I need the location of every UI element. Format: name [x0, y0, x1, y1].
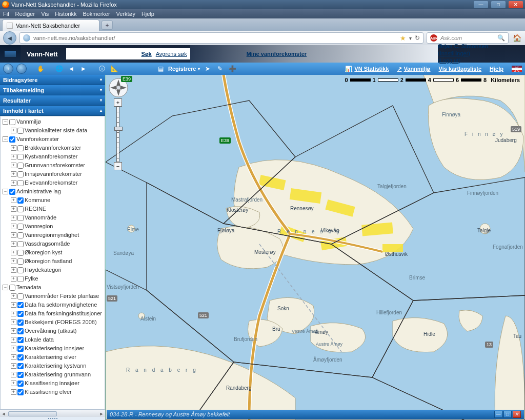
- zoom-out-button[interactable]: −: [16, 64, 27, 74]
- tree-item[interactable]: Klassifisering innsjøer: [25, 379, 79, 388]
- nav-back-icon[interactable]: ◄: [67, 64, 76, 73]
- collapse-icon[interactable]: −: [3, 285, 8, 290]
- panel-resize-handle[interactable]: [0, 417, 105, 420]
- tree-item[interactable]: Brakkvannforekomster: [25, 144, 81, 152]
- window-maximize-button[interactable]: □: [491, 1, 506, 8]
- tree-item[interactable]: Karakterisering elver: [25, 353, 76, 362]
- vannlok-checkbox[interactable]: [17, 128, 24, 134]
- scroll-thumb[interactable]: [8, 411, 57, 416]
- vn-statistikk-link[interactable]: 📊VN Statistikk: [345, 66, 389, 72]
- globe-icon[interactable]: 🌐: [54, 64, 64, 73]
- collapse-icon[interactable]: −: [3, 136, 8, 142]
- tree-item[interactable]: Karakterisering grunnvann: [25, 370, 91, 379]
- window-minimize-button[interactable]: —: [474, 1, 488, 8]
- tree-item[interactable]: Vannområder Første planfase: [25, 292, 99, 301]
- zoom-in-icon[interactable]: +: [114, 98, 122, 107]
- scroll-right-icon[interactable]: ►: [98, 411, 105, 416]
- tree-item[interactable]: Vannregionmyndighet: [25, 231, 79, 239]
- tree-item[interactable]: Vannlokaliteter siste data: [25, 126, 87, 135]
- menu-vis[interactable]: Vis: [41, 11, 49, 17]
- registrere-dropdown[interactable]: Registrere▾: [168, 66, 200, 72]
- tree-item[interactable]: Vannområde: [25, 213, 56, 222]
- scroll-left-icon[interactable]: ◄: [0, 411, 7, 416]
- browser-tab[interactable]: Vann-Nett Saksbehandler: [2, 19, 99, 31]
- tree-item-admin[interactable]: Administrative lag: [16, 187, 61, 196]
- tree-item[interactable]: Økoregion kyst: [25, 248, 62, 257]
- layers-icon[interactable]: ▤: [156, 64, 165, 73]
- add-feature-icon[interactable]: ➕: [228, 64, 237, 73]
- zoom-slider[interactable]: + −: [114, 98, 122, 170]
- zoom-in-button[interactable]: +: [3, 64, 13, 74]
- tree-item[interactable]: Elvevannforekomster: [25, 178, 77, 187]
- user-settings-link[interactable]: Innstillinger: [440, 50, 469, 56]
- bookmark-star-icon[interactable]: ★: [400, 34, 406, 42]
- tree-item[interactable]: Økoregion fastland: [25, 257, 72, 266]
- accordion-bidragsytere[interactable]: Bidragsytere▾: [0, 75, 105, 85]
- tree-item[interactable]: Vassdragsområde: [25, 239, 70, 248]
- vannmiljo-checkbox[interactable]: [9, 119, 15, 125]
- user-logout-link[interactable]: Logg ut: [440, 57, 459, 64]
- home-button[interactable]: 🏠: [512, 33, 522, 43]
- tree-item-temadata[interactable]: Temadata: [16, 283, 41, 292]
- status-close-button[interactable]: ✕: [513, 411, 521, 418]
- nav-forward-icon[interactable]: ►: [79, 64, 88, 73]
- tree-item[interactable]: Overvåkning (utkast): [25, 327, 76, 335]
- tree-item-vannforekomster[interactable]: Vannforekomster: [16, 135, 59, 144]
- tree-item[interactable]: Data fra sektormyndighetene: [25, 301, 97, 309]
- vis-kartlagsliste-link[interactable]: Vis kartlagsliste: [439, 66, 482, 72]
- layer-tree[interactable]: −Vannmiljø +Vannlokaliteter siste data −…: [0, 116, 105, 410]
- menu-hjelp[interactable]: Hjelp: [142, 11, 154, 17]
- accordion-innhold[interactable]: Innhold i kartet▴: [0, 106, 105, 116]
- reload-icon[interactable]: ↻: [415, 34, 420, 42]
- collapse-icon[interactable]: −: [3, 119, 8, 125]
- menu-verktoy[interactable]: Verktøy: [116, 11, 135, 17]
- avgrens-link[interactable]: Avgrens søk: [156, 51, 187, 57]
- back-button[interactable]: ◄: [3, 31, 16, 45]
- sok-link[interactable]: Søk: [142, 51, 152, 57]
- accordion-resultater[interactable]: Resultater▾: [0, 95, 105, 106]
- measure-icon[interactable]: 📐: [110, 64, 119, 73]
- edit-pencil-icon[interactable]: ✎: [215, 64, 225, 73]
- tree-item[interactable]: Karakterisering innsjøer: [25, 344, 84, 353]
- browser-search-field[interactable]: Ask Ask.com 🔍: [427, 32, 509, 44]
- menu-historikk[interactable]: Historikk: [55, 11, 76, 17]
- menu-fil[interactable]: Fil: [3, 11, 9, 17]
- hjelp-link[interactable]: Hjelp: [490, 66, 503, 72]
- tree-item[interactable]: Karakterisering kystvann: [25, 362, 86, 370]
- tree-item[interactable]: REGINE: [25, 205, 46, 213]
- tree-item[interactable]: Høydekategori: [25, 266, 62, 274]
- tree-item-vannmiljo[interactable]: Vannmiljø: [16, 117, 41, 126]
- admin-checkbox[interactable]: [9, 189, 15, 195]
- vannmiljo-link[interactable]: ↗Vannmiljø: [397, 66, 431, 72]
- url-field[interactable]: vann-nett.nve.no/saksbehandler/ ★ ▾ ↻: [19, 32, 423, 44]
- tree-hscrollbar[interactable]: ◄ ►: [0, 410, 105, 417]
- accordion-tilbakemelding[interactable]: Tilbakemelding▾: [0, 85, 105, 95]
- url-dropdown-icon[interactable]: ▾: [409, 35, 412, 41]
- info-icon[interactable]: ⓘ: [97, 64, 107, 73]
- search-icon[interactable]: 🔍: [497, 34, 505, 42]
- tree-item[interactable]: Fylke: [25, 274, 38, 283]
- tree-item[interactable]: Grunnvannsforekomster: [25, 161, 85, 170]
- tree-item[interactable]: Kommune: [25, 196, 50, 205]
- zoom-thumb[interactable]: [114, 127, 123, 131]
- zoom-out-icon[interactable]: −: [114, 162, 122, 170]
- mine-vannforekomster-link[interactable]: Mine vannforekomster: [247, 51, 307, 57]
- new-tab-button[interactable]: +: [102, 21, 113, 30]
- tree-item[interactable]: Klassifisering elver: [25, 388, 72, 396]
- tree-item[interactable]: Kystvannforekomster: [25, 152, 77, 161]
- collapse-icon[interactable]: −: [3, 189, 8, 194]
- status-maximize-button[interactable]: □: [503, 411, 512, 418]
- vannforekomster-checkbox[interactable]: [9, 136, 15, 143]
- tree-item[interactable]: Vannregion: [25, 222, 53, 231]
- tree-item[interactable]: Innsjøvannforekomster: [25, 170, 82, 178]
- window-close-button[interactable]: ✕: [509, 1, 523, 8]
- menu-rediger[interactable]: Rediger: [15, 11, 35, 17]
- tree-item[interactable]: Lokale data: [25, 335, 54, 344]
- pan-hand-icon[interactable]: ✋: [36, 64, 45, 73]
- status-minimize-button[interactable]: —: [494, 411, 502, 418]
- pointer-icon[interactable]: ➤: [203, 64, 212, 73]
- map-canvas[interactable]: 0 1 2 4 6 8 Kilometers + − Finnøya Judab…: [106, 75, 525, 420]
- tree-item[interactable]: Bekkekjemi (FOREGS 2008): [25, 318, 97, 327]
- tree-item[interactable]: Data fra forskningsinstitusjoner: [25, 309, 102, 318]
- app-search-box[interactable]: Søk Avgrens søk: [66, 48, 190, 59]
